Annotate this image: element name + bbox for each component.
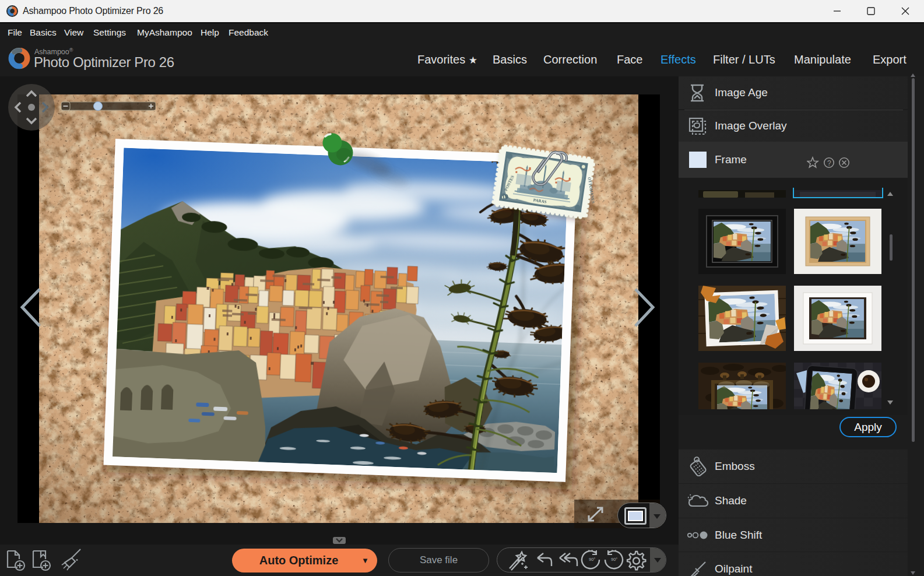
svg-text:90°: 90°	[589, 557, 595, 562]
svg-text:90°: 90°	[611, 557, 617, 562]
svg-text:?: ?	[827, 159, 831, 167]
